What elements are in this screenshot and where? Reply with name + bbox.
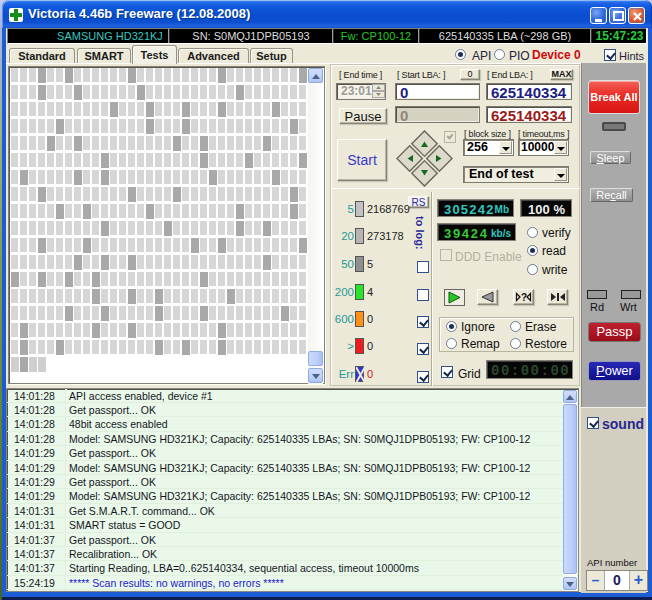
svg-text:?: ? xyxy=(521,292,527,303)
